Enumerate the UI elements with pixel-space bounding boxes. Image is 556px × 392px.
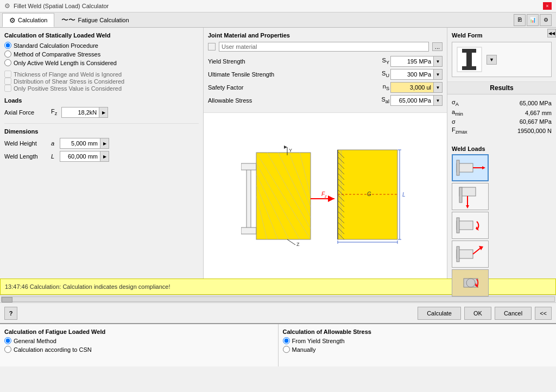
toolbar-btn-3[interactable]: ⚙: [540, 14, 552, 26]
radio-from-yield[interactable]: From Yield Strength: [283, 337, 552, 344]
tensile-strength-input[interactable]: [390, 69, 434, 80]
toolbar-btn-2[interactable]: 📊: [527, 14, 539, 26]
radio-general-input[interactable]: [4, 337, 11, 344]
collapse-button[interactable]: <<: [535, 307, 552, 320]
weld-load-torsion-svg: [454, 271, 486, 295]
weld-height-row: Weld Height a ▶: [4, 138, 199, 149]
horizontal-scrollbar[interactable]: [1, 296, 555, 302]
weld-load-horizontal[interactable]: [452, 154, 489, 181]
checkbox-flange-input[interactable]: [4, 71, 11, 78]
weld-load-vertical[interactable]: [452, 183, 489, 210]
svg-text:Y: Y: [289, 148, 292, 153]
svg-rect-0: [247, 166, 251, 231]
radio-csn[interactable]: Calculation according to CSN: [4, 346, 274, 353]
checkbox-flange[interactable]: Thickness of Flange and Weld is Ignored: [4, 71, 199, 78]
weld-loads-row-4: [452, 241, 552, 268]
calculate-button[interactable]: Calculate: [418, 307, 461, 320]
user-material-label: User material: [219, 42, 429, 52]
calculation-tab-icon: ⚙: [9, 16, 16, 24]
radio-standard[interactable]: Standard Calculation Procedure: [4, 42, 199, 49]
radio-comparative[interactable]: Method of Comparative Stresses: [4, 50, 199, 58]
bottom-info-panel: Calculation of Fatigue Loaded Weld Gener…: [0, 323, 556, 366]
svg-marker-60: [466, 205, 469, 208]
weld-height-arrow-btn[interactable]: ▶: [100, 138, 109, 149]
fatigue-section-title: Calculation of Fatigue Loaded Weld: [4, 328, 274, 335]
ok-button[interactable]: OK: [464, 307, 491, 320]
fatigue-tab-icon: 〜〜: [61, 15, 75, 25]
allowable-section-title: Calculation of Allowable Stress: [283, 328, 552, 335]
result-sigma-a-label: σA: [452, 99, 459, 107]
tab-fatigue[interactable]: 〜〜 Fatigue Calculation: [54, 13, 136, 27]
weld-form-selector[interactable]: ▼: [452, 42, 552, 77]
help-button[interactable]: ?: [4, 307, 17, 320]
tensile-strength-dropdown[interactable]: ▼: [434, 69, 443, 80]
tab-calculation[interactable]: ⚙ Calculation: [2, 13, 54, 27]
tensile-strength-row: Ultimate Tensile Strength SU ▼: [208, 69, 443, 80]
svg-rect-65: [457, 246, 459, 262]
radio-csn-label: Calculation according to CSN: [14, 346, 92, 353]
weld-load-horizontal-svg: [454, 156, 486, 180]
loads-title: Loads: [4, 97, 199, 104]
scroll-bar[interactable]: [0, 295, 556, 302]
radio-comparative-input[interactable]: [4, 50, 11, 58]
radio-active[interactable]: Only Active Weld Length is Considered: [4, 59, 199, 66]
safety-factor-input[interactable]: [390, 82, 434, 93]
radio-manually[interactable]: Manually: [283, 346, 552, 353]
axial-force-input[interactable]: [61, 107, 99, 118]
radio-standard-input[interactable]: [4, 42, 11, 49]
checkbox-shear[interactable]: Distribution of Shear Stress is Consider…: [4, 78, 199, 85]
allowable-stress-dropdown[interactable]: ▼: [434, 95, 443, 106]
weld-load-moment[interactable]: [452, 212, 489, 239]
weld-height-letter: a: [51, 140, 56, 147]
axial-force-arrow-btn[interactable]: ▶: [99, 107, 108, 118]
yield-strength-input[interactable]: [390, 56, 434, 67]
weld-load-torsion[interactable]: [452, 269, 489, 296]
checkbox-shear-input[interactable]: [4, 78, 11, 85]
radio-manually-input[interactable]: [283, 346, 290, 353]
allowable-stress-label: Allowable Stress: [208, 97, 378, 104]
dimensions-section: Dimensions Weld Height a ▶ Weld Length L…: [4, 123, 199, 162]
result-amin-label: amin: [452, 109, 463, 117]
weld-load-diagonal[interactable]: [452, 241, 489, 268]
results-values: σA 65,000 MPa amin 4,667 mm σ 60,667 MPa…: [447, 94, 556, 141]
axial-force-row: Axial Force Fz ▶: [4, 107, 199, 118]
weld-loads-row-3: [452, 212, 552, 239]
yield-strength-dropdown[interactable]: ▼: [434, 56, 443, 67]
title-bar: ⚙ Fillet Weld (Spatial Load) Calculator …: [0, 0, 556, 12]
title-icon: ⚙: [4, 2, 10, 10]
result-sigma-a-value: 65,000 MPa: [520, 100, 552, 106]
calculation-method-group: Standard Calculation Procedure Method of…: [4, 42, 199, 66]
panel-expand-btn[interactable]: ◀◀: [547, 29, 556, 37]
checkbox-positive[interactable]: Only Positive Stress Value is Considered: [4, 85, 199, 92]
yield-strength-input-group: SY ▼: [382, 56, 443, 67]
user-material-checkbox[interactable]: [208, 43, 216, 50]
toolbar-btn-1[interactable]: 🖹: [514, 14, 526, 26]
allowable-stress-row: Allowable Stress Sal ▼: [208, 95, 443, 106]
svg-rect-51: [462, 49, 476, 53]
safety-factor-dropdown[interactable]: ▼: [434, 82, 443, 93]
weld-load-vertical-svg: [454, 185, 486, 208]
weld-height-input-group: ▶: [60, 138, 199, 149]
radio-yield-input[interactable]: [283, 337, 290, 344]
weld-height-input[interactable]: [60, 138, 100, 149]
cancel-button[interactable]: Cancel: [495, 307, 532, 320]
weld-loads-section: Weld Loads: [447, 141, 556, 301]
weld-length-input[interactable]: [60, 151, 100, 162]
safety-factor-input-group: nS ▼: [383, 82, 443, 93]
svg-text:L: L: [402, 192, 406, 198]
radio-general-method[interactable]: General Method: [4, 337, 274, 344]
scroll-thumb[interactable]: [2, 297, 12, 302]
checkbox-positive-input[interactable]: [4, 85, 11, 92]
svg-rect-1: [241, 163, 256, 170]
close-button[interactable]: ×: [543, 2, 552, 10]
weld-form-title: Weld Form: [452, 32, 552, 39]
radio-yield-label: From Yield Strength: [292, 338, 345, 344]
radio-active-input[interactable]: [4, 59, 11, 66]
allowable-stress-input[interactable]: [390, 95, 434, 106]
weld-form-dropdown-btn[interactable]: ▼: [486, 55, 497, 65]
user-material-dots-btn[interactable]: ...: [432, 42, 443, 51]
weld-length-arrow-btn[interactable]: ▶: [100, 151, 109, 162]
main-diagram: Fz: [241, 144, 409, 248]
radio-csn-input[interactable]: [4, 346, 11, 353]
checkbox-shear-label: Distribution of Shear Stress is Consider…: [14, 78, 124, 85]
